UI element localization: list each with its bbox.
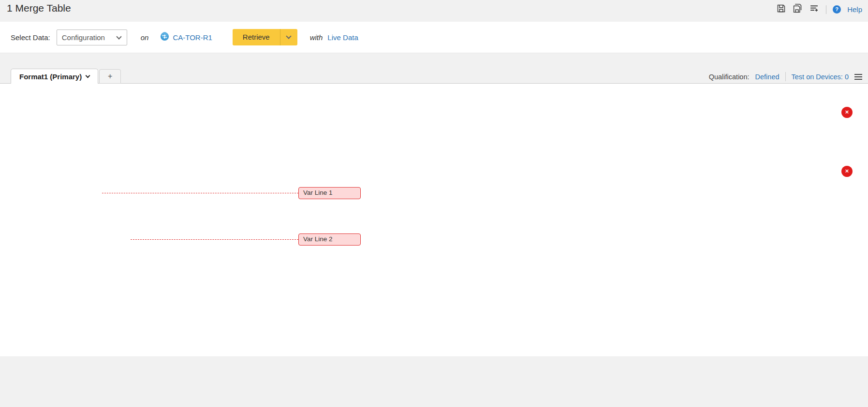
help-icon[interactable]	[833, 5, 841, 14]
app-window: 1 Merge Table Help Select Data: Configur…	[0, 0, 868, 407]
page-title: 1 Merge Table	[7, 2, 71, 14]
retrieve-dropdown-button[interactable]	[280, 29, 297, 45]
help-link[interactable]: Help	[847, 5, 862, 14]
data-type-select[interactable]: Configuration	[57, 29, 127, 45]
var-line-annotation[interactable]: Var Line 2	[298, 233, 361, 246]
device-icon	[160, 32, 169, 43]
save-icon[interactable]	[776, 3, 786, 15]
retrieve-split-button: Retrieve	[233, 29, 297, 45]
annotation-connector	[131, 239, 298, 240]
qualification-defined-link[interactable]: Defined	[755, 73, 780, 81]
divider	[826, 5, 826, 14]
chevron-down-icon	[86, 73, 90, 78]
remove-var-line-button[interactable]	[841, 107, 853, 118]
remove-var-line-button[interactable]	[841, 166, 853, 177]
on-label: on	[141, 33, 149, 42]
menu-icon[interactable]	[854, 74, 862, 80]
device-name[interactable]: CA-TOR-R1	[173, 33, 212, 42]
top-action-icons: Help	[776, 3, 862, 15]
live-data-link[interactable]: Live Data	[327, 33, 358, 42]
qualification-row: Qualification: Defined Test on Devices: …	[709, 72, 862, 81]
retrieve-button[interactable]: Retrieve	[233, 29, 280, 45]
add-format-tab-button[interactable]: +	[99, 69, 121, 84]
format-tabs: Format1 (Primary) +	[11, 69, 121, 84]
tab-format1-primary[interactable]: Format1 (Primary)	[11, 69, 98, 84]
device-chip[interactable]: CA-TOR-R1	[160, 32, 212, 43]
chevron-down-icon	[286, 33, 292, 39]
main-panel	[0, 83, 868, 356]
with-label: with	[310, 33, 323, 42]
var-line-annotation[interactable]: Var Line 1	[298, 187, 361, 199]
qualification-label: Qualification:	[709, 73, 750, 81]
test-on-devices-link[interactable]: Test on Devices: 0	[792, 73, 849, 81]
add-to-list-icon[interactable]	[809, 3, 820, 15]
data-type-value: Configuration	[62, 33, 105, 42]
save-as-icon[interactable]	[793, 3, 803, 15]
select-data-label: Select Data:	[11, 33, 50, 42]
chevron-down-icon	[116, 34, 121, 39]
tab-label: Format1 (Primary)	[19, 73, 82, 81]
divider	[785, 72, 786, 81]
annotation-connector	[102, 193, 298, 193]
select-data-bar: Select Data: Configuration on CA-TOR-R1 …	[0, 22, 868, 53]
